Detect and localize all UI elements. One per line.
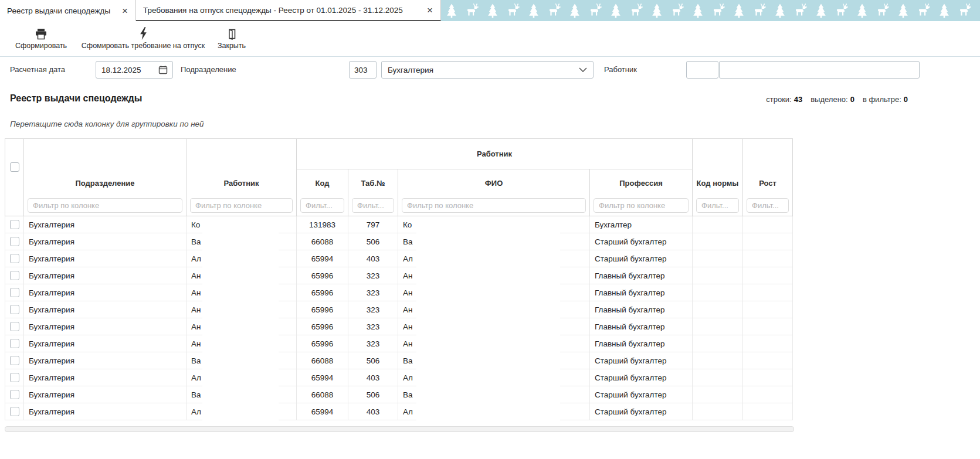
column-filter-fio[interactable] bbox=[402, 198, 586, 213]
cell-code: 66088 bbox=[297, 233, 348, 250]
table-row[interactable]: Бухгалтерия Ан 65996 323 Ан Главный бухг… bbox=[5, 335, 793, 352]
grid-stats: строки:43 выделено:0 в фильтре:0 bbox=[766, 95, 908, 104]
band-header-employee: Работник bbox=[297, 139, 693, 169]
row-checkbox[interactable] bbox=[10, 322, 19, 331]
column-filter-employee[interactable] bbox=[190, 198, 293, 213]
employee-name-input[interactable] bbox=[719, 61, 920, 79]
filtered-stat-value: 0 bbox=[904, 95, 908, 104]
column-filter-department[interactable] bbox=[28, 198, 182, 213]
cell-profession: Главный бухгалтер bbox=[590, 318, 693, 335]
table-row[interactable]: Бухгалтерия Ан 65996 323 Ан Главный бухг… bbox=[5, 318, 793, 335]
cell-height bbox=[743, 250, 793, 267]
filter-cell bbox=[590, 195, 693, 216]
chevron-down-icon bbox=[579, 67, 587, 72]
department-select[interactable]: Бухгалтерия bbox=[381, 61, 594, 79]
generate-button[interactable]: Сформировать bbox=[8, 24, 74, 55]
row-checkbox-cell bbox=[5, 386, 24, 403]
cell-norm-code bbox=[693, 335, 743, 352]
cell-norm-code bbox=[693, 386, 743, 403]
table-row[interactable]: Бухгалтерия Ан 65996 323 Ан Главный бухг… bbox=[5, 284, 793, 301]
column-header-norm-code[interactable]: Код нормы bbox=[693, 139, 743, 195]
cell-norm-code bbox=[693, 267, 743, 284]
calc-date-input[interactable] bbox=[96, 66, 157, 74]
calendar-icon[interactable] bbox=[157, 65, 169, 74]
row-checkbox[interactable] bbox=[10, 339, 19, 348]
table-row[interactable]: Бухгалтерия Ал 65994 403 Ал Старший бухг… bbox=[5, 250, 793, 267]
row-checkbox[interactable] bbox=[10, 373, 19, 382]
row-checkbox-cell bbox=[5, 369, 24, 386]
employee-code-input[interactable] bbox=[686, 61, 718, 79]
cell-norm-code bbox=[693, 318, 743, 335]
privacy-redaction-overlay bbox=[202, 216, 279, 423]
cell-tab-no: 323 bbox=[348, 318, 398, 335]
row-checkbox[interactable] bbox=[10, 220, 19, 229]
column-header-department[interactable]: Подразделение bbox=[24, 139, 186, 195]
reindeer-icon bbox=[629, 4, 644, 18]
column-header-height[interactable]: Рост bbox=[743, 139, 793, 195]
cell-profession: Старший бухгалтер bbox=[590, 369, 693, 386]
column-filter-height[interactable] bbox=[747, 198, 789, 213]
row-checkbox[interactable] bbox=[10, 237, 19, 246]
table-row[interactable]: Бухгалтерия Ва 66088 506 Ва Старший бухг… bbox=[5, 352, 793, 369]
tab-requests[interactable]: Требования на отпуск спецодежды - Реестр… bbox=[136, 0, 441, 21]
table-row[interactable]: Бухгалтерия Ал 65994 403 Ал Старший бухг… bbox=[5, 369, 793, 386]
table-row[interactable]: Бухгалтерия Ва 66088 506 Ва Старший бухг… bbox=[5, 386, 793, 403]
column-header-fio[interactable]: ФИО bbox=[398, 169, 590, 195]
grid-body: Бухгалтерия Ко 131983 797 Ко Бухгалтер Б… bbox=[5, 216, 793, 420]
cell-code: 65996 bbox=[297, 284, 348, 301]
cell-norm-code bbox=[693, 301, 743, 318]
reindeer-icon bbox=[916, 4, 931, 18]
create-request-button[interactable]: Сфомировать требование на отпуск bbox=[76, 24, 210, 55]
filter-cell bbox=[398, 195, 590, 216]
cell-tab-no: 506 bbox=[348, 386, 398, 403]
row-checkbox-cell bbox=[5, 216, 24, 233]
cell-profession: Старший бухгалтер bbox=[590, 352, 693, 369]
row-checkbox[interactable] bbox=[10, 407, 19, 416]
group-by-drop-zone[interactable]: Перетащите сюда колонку для группировки … bbox=[10, 120, 204, 128]
table-row[interactable]: Бухгалтерия Ко 131983 797 Ко Бухгалтер bbox=[5, 216, 793, 233]
table-row[interactable]: Бухгалтерия Ан 65996 323 Ан Главный бухг… bbox=[5, 301, 793, 318]
row-checkbox-cell bbox=[5, 352, 24, 369]
christmas-tree-icon bbox=[447, 4, 456, 18]
cell-height bbox=[743, 318, 793, 335]
row-checkbox[interactable] bbox=[10, 288, 19, 297]
column-header-employee[interactable]: Работник bbox=[186, 139, 297, 195]
column-header-profession[interactable]: Профессия bbox=[590, 169, 693, 195]
cell-department: Бухгалтерия bbox=[24, 301, 186, 318]
row-checkbox[interactable] bbox=[10, 305, 19, 314]
row-checkbox[interactable] bbox=[10, 390, 19, 399]
table-row[interactable]: Бухгалтерия Ан 65996 323 Ан Главный бухг… bbox=[5, 267, 793, 284]
select-all-checkbox[interactable] bbox=[10, 162, 19, 172]
cell-department: Бухгалтерия bbox=[24, 403, 186, 420]
filter-bar: Расчетная дата Подразделение Бухгалтерия… bbox=[0, 57, 980, 83]
row-checkbox[interactable] bbox=[10, 356, 19, 365]
cell-norm-code bbox=[693, 369, 743, 386]
tab-close-icon[interactable]: × bbox=[425, 5, 435, 16]
row-checkbox[interactable] bbox=[10, 254, 19, 263]
column-filter-norm-code[interactable] bbox=[696, 198, 739, 213]
cell-department: Бухгалтерия bbox=[24, 233, 186, 250]
tab-registry[interactable]: Реестр выдачи спецодежды × bbox=[0, 0, 136, 21]
cell-profession: Главный бухгалтер bbox=[590, 301, 693, 318]
cell-height bbox=[743, 284, 793, 301]
table-row[interactable]: Бухгалтерия Ва 66088 506 Ва Старший бухг… bbox=[5, 233, 793, 250]
filter-cell-empty bbox=[5, 195, 24, 216]
column-header-tab-no[interactable]: Таб.№ bbox=[348, 169, 398, 195]
cell-department: Бухгалтерия bbox=[24, 216, 186, 233]
tab-bar: Реестр выдачи спецодежды × Требования на… bbox=[0, 0, 980, 21]
page-title: Реестр выдачи спецодежды bbox=[10, 93, 142, 104]
row-checkbox[interactable] bbox=[10, 271, 19, 280]
column-header-code[interactable]: Код bbox=[297, 169, 348, 195]
horizontal-scrollbar[interactable] bbox=[5, 426, 794, 432]
tab-close-icon[interactable]: × bbox=[120, 5, 130, 16]
column-filter-code[interactable] bbox=[300, 198, 344, 213]
filter-cell bbox=[24, 195, 186, 216]
cell-height bbox=[743, 352, 793, 369]
column-filter-profession[interactable] bbox=[594, 198, 689, 213]
column-filter-tab-no[interactable] bbox=[352, 198, 394, 213]
department-code-input[interactable] bbox=[349, 61, 377, 79]
grid-container: Подразделение Работник Работник Код норм… bbox=[5, 138, 793, 420]
christmas-tree-icon bbox=[611, 4, 620, 18]
table-row[interactable]: Бухгалтерия Ал 65994 403 Ал Старший бухг… bbox=[5, 403, 793, 420]
close-button[interactable]: Закрыть bbox=[212, 24, 251, 55]
